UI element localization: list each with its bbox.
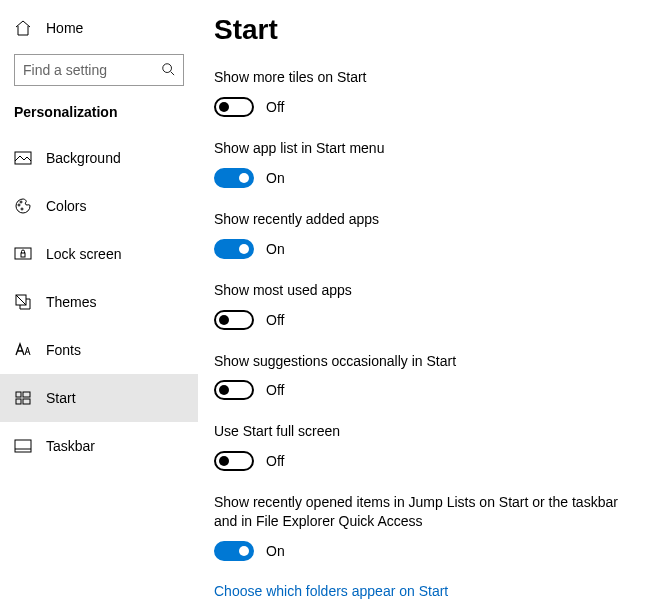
svg-rect-10: [16, 392, 21, 397]
toggle-state-label: Off: [266, 99, 284, 115]
sidebar-item-label: Themes: [46, 294, 97, 310]
toggle-switch[interactable]: [214, 541, 254, 561]
home-button[interactable]: Home: [0, 10, 198, 46]
toggle-switch[interactable]: [214, 97, 254, 117]
toggle-row: Off: [214, 451, 626, 471]
toggle-row: Off: [214, 97, 626, 117]
setting-row: Use Start full screenOff: [214, 422, 626, 471]
page-title: Start: [214, 14, 626, 46]
toggle-state-label: On: [266, 241, 285, 257]
toggle-row: On: [214, 239, 626, 259]
setting-row: Show recently opened items in Jump Lists…: [214, 493, 626, 561]
main-content: Start Show more tiles on StartOffShow ap…: [198, 0, 650, 606]
fonts-icon: [14, 341, 32, 359]
setting-label: Use Start full screen: [214, 422, 626, 441]
svg-point-0: [163, 63, 172, 72]
sidebar-item-label: Background: [46, 150, 121, 166]
toggle-switch[interactable]: [214, 451, 254, 471]
setting-label: Show app list in Start menu: [214, 139, 626, 158]
taskbar-icon: [14, 437, 32, 455]
setting-label: Show most used apps: [214, 281, 626, 300]
toggle-state-label: Off: [266, 382, 284, 398]
search-box[interactable]: [14, 54, 184, 86]
start-icon: [14, 389, 32, 407]
sidebar-item-background[interactable]: Background: [0, 134, 198, 182]
toggle-state-label: On: [266, 543, 285, 559]
setting-label: Show recently added apps: [214, 210, 626, 229]
setting-row: Show more tiles on StartOff: [214, 68, 626, 117]
svg-point-3: [18, 204, 20, 206]
toggle-row: Off: [214, 310, 626, 330]
search-icon: [161, 62, 175, 79]
sidebar-item-label: Colors: [46, 198, 86, 214]
toggle-row: On: [214, 541, 626, 561]
svg-line-9: [16, 295, 26, 305]
themes-icon: [14, 293, 32, 311]
home-icon: [14, 19, 32, 37]
sidebar-item-themes[interactable]: Themes: [0, 278, 198, 326]
sidebar-item-label: Lock screen: [46, 246, 121, 262]
svg-point-4: [20, 201, 22, 203]
setting-label: Show recently opened items in Jump Lists…: [214, 493, 626, 531]
toggle-switch[interactable]: [214, 380, 254, 400]
home-label: Home: [46, 20, 83, 36]
setting-label: Show more tiles on Start: [214, 68, 626, 87]
sidebar-item-label: Taskbar: [46, 438, 95, 454]
palette-icon: [14, 197, 32, 215]
toggle-row: On: [214, 168, 626, 188]
svg-point-5: [21, 208, 23, 210]
sidebar-item-fonts[interactable]: Fonts: [0, 326, 198, 374]
sidebar-item-colors[interactable]: Colors: [0, 182, 198, 230]
category-title: Personalization: [0, 100, 198, 134]
choose-folders-link[interactable]: Choose which folders appear on Start: [214, 583, 626, 599]
setting-row: Show most used appsOff: [214, 281, 626, 330]
svg-rect-12: [16, 399, 21, 404]
toggle-state-label: On: [266, 170, 285, 186]
toggle-switch[interactable]: [214, 310, 254, 330]
toggle-state-label: Off: [266, 453, 284, 469]
setting-row: Show suggestions occasionally in StartOf…: [214, 352, 626, 401]
svg-rect-11: [23, 392, 30, 397]
setting-label: Show suggestions occasionally in Start: [214, 352, 626, 371]
sidebar: Home Personalization Background Colors L…: [0, 0, 198, 606]
sidebar-item-label: Fonts: [46, 342, 81, 358]
svg-line-1: [171, 71, 175, 75]
svg-rect-14: [15, 440, 31, 452]
sidebar-item-taskbar[interactable]: Taskbar: [0, 422, 198, 470]
svg-rect-7: [21, 253, 25, 257]
toggle-state-label: Off: [266, 312, 284, 328]
toggle-row: Off: [214, 380, 626, 400]
picture-icon: [14, 149, 32, 167]
sidebar-item-lock-screen[interactable]: Lock screen: [0, 230, 198, 278]
sidebar-item-start[interactable]: Start: [0, 374, 198, 422]
toggle-switch[interactable]: [214, 168, 254, 188]
setting-row: Show recently added appsOn: [214, 210, 626, 259]
search-input[interactable]: [23, 62, 161, 78]
toggle-switch[interactable]: [214, 239, 254, 259]
sidebar-item-label: Start: [46, 390, 76, 406]
lock-screen-icon: [14, 245, 32, 263]
svg-rect-13: [23, 399, 30, 404]
setting-row: Show app list in Start menuOn: [214, 139, 626, 188]
